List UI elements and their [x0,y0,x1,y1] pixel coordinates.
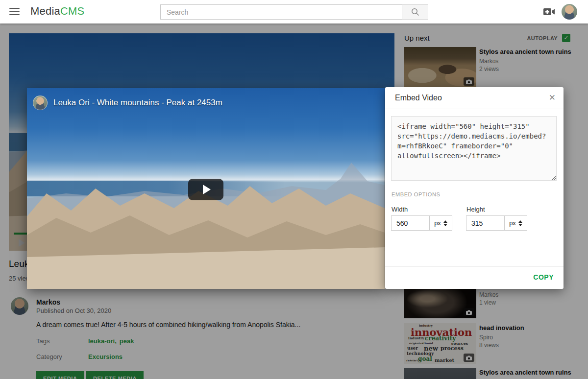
play-button[interactable] [188,179,223,200]
logo-cms-text: CMS [60,5,85,17]
search-icon [411,8,419,16]
embed-video-modal: Embed Video ✕ <iframe width="560" height… [385,87,564,289]
spinner-icon [443,220,447,226]
menu-icon[interactable] [9,8,20,15]
spinner-icon [518,220,522,226]
modal-header: Embed Video ✕ [385,87,564,109]
unit-label: px [434,219,441,227]
height-label: Height [466,206,485,213]
logo-media-text: Media [30,5,60,17]
mediacms-page: Leuka Ori - White mountains - Peak at 24… [0,0,588,379]
width-label: Width [392,206,408,213]
width-unit-select[interactable]: px [429,215,452,231]
mediacms-logo[interactable]: MediaCMS [30,5,84,18]
preview-video-title: Leuka Ori - White mountains - Peak at 24… [53,98,222,108]
search-form [160,4,428,20]
modal-title: Embed Video [395,94,442,102]
search-input[interactable] [160,4,402,20]
upload-video-icon[interactable] [543,6,556,17]
modal-footer: COPY [385,266,564,289]
videocam-plus-icon [543,6,556,17]
embed-options-label: EMBED OPTIONS [392,191,440,197]
uploader-avatar[interactable] [33,95,48,110]
copy-button[interactable]: COPY [533,273,554,281]
unit-label: px [509,219,516,227]
width-input[interactable] [391,215,429,231]
play-icon [203,185,211,194]
height-unit-select[interactable]: px [504,215,527,231]
embed-code-textarea[interactable]: <iframe width="560" height="315" src="ht… [391,116,557,181]
preview-title-bar: Leuka Ori - White mountains - Peak at 24… [33,95,222,110]
user-avatar[interactable] [562,4,577,20]
top-navbar: MediaCMS [0,0,588,24]
width-field-group: px [391,215,452,231]
search-button[interactable] [402,4,428,20]
close-icon[interactable]: ✕ [549,93,556,103]
height-input[interactable] [466,215,504,231]
height-field-group: px [466,215,527,231]
embed-preview-player[interactable]: Leuka Ori - White mountains - Peak at 24… [27,88,385,289]
